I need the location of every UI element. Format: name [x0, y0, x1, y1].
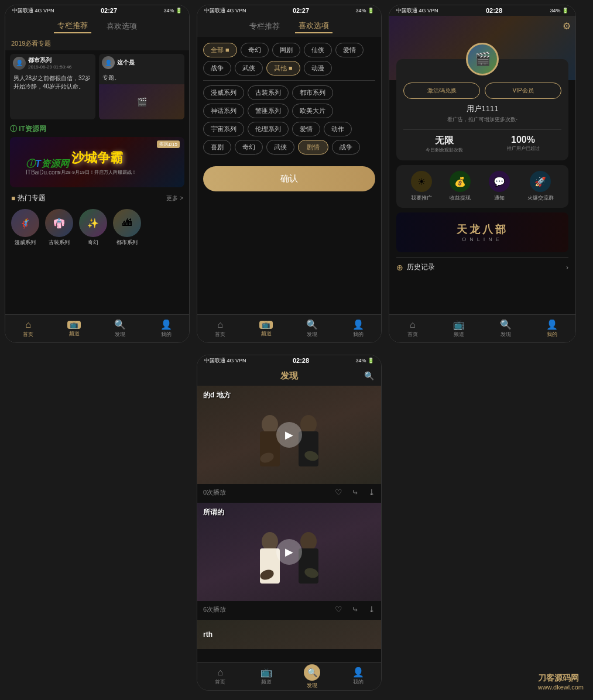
- tab-discover-1[interactable]: 🔍 发现: [97, 320, 143, 338]
- tag-love2[interactable]: 爱情: [292, 122, 320, 136]
- tab-mine-1[interactable]: 👤 我的: [143, 320, 190, 338]
- share-icon-2[interactable]: ⤷: [352, 605, 359, 614]
- confirm-button[interactable]: 确认: [203, 166, 375, 191]
- tab-mine-2[interactable]: 👤 我的: [335, 320, 382, 338]
- action-promote[interactable]: ☀ 我要推广: [411, 171, 432, 202]
- tab-discover-4[interactable]: 🔍 发现: [289, 664, 335, 689]
- tag-love[interactable]: 爱情: [335, 43, 364, 57]
- nav-tab-like[interactable]: 喜欢选项: [103, 20, 140, 33]
- phone3-tabbar: ⌂ 首页 📺 频道 🔍 发现 👤 我的: [389, 314, 575, 342]
- notify-label: 通知: [494, 194, 505, 202]
- topic-3[interactable]: ✨ 奇幻: [79, 209, 107, 246]
- tab-home-2[interactable]: ⌂ 首页: [197, 320, 244, 338]
- tab-mine-label-2: 我的: [353, 331, 364, 338]
- topic-1[interactable]: 🦸 漫威系列: [11, 209, 39, 246]
- more-link[interactable]: 更多 >: [166, 194, 183, 203]
- phone-2: 中国联通 4G VPN 02:27 34% 🔋 专栏推荐 喜欢选项 全部 ■ 奇…: [197, 5, 382, 343]
- card1-avatar: 👤: [13, 57, 26, 70]
- search-icon-4[interactable]: 🔍: [364, 371, 374, 380]
- channel-icon-4: 📺: [260, 668, 272, 677]
- topic-4[interactable]: 🏙 都市系列: [113, 209, 141, 246]
- action-income[interactable]: 💰 收益提现: [450, 171, 471, 202]
- tag-fantasy2[interactable]: 奇幻: [235, 140, 263, 155]
- card2-desc: 专题。: [99, 71, 184, 84]
- tag-police[interactable]: 警匪系列: [248, 104, 289, 118]
- tab-channel-2[interactable]: 📺 频道: [244, 321, 290, 338]
- action-notify[interactable]: 💬 通知: [489, 171, 510, 202]
- play-btn-1[interactable]: ▶: [276, 422, 302, 448]
- vip-button[interactable]: VIP会员: [485, 83, 561, 99]
- video-thumb-1[interactable]: 的d 地方 ▶: [197, 386, 381, 484]
- activate-button[interactable]: 激活码兑换: [403, 83, 480, 99]
- video-thumb-3[interactable]: rth: [197, 620, 381, 649]
- game-banner[interactable]: 天龙八部 ONLINE: [396, 212, 568, 252]
- banner-sub: 8月28-9月19日！开启万人跨服霸战！: [58, 169, 136, 176]
- tag-wuxia[interactable]: 武侠: [235, 61, 263, 76]
- tag-comedy[interactable]: 喜剧: [203, 140, 231, 155]
- download-icon-1[interactable]: ⤓: [368, 488, 375, 497]
- person-2-svg: [294, 414, 323, 478]
- tab-channel-3[interactable]: 📺 频道: [436, 320, 483, 338]
- tab-home-4[interactable]: ⌂ 首页: [197, 668, 244, 686]
- tag-xian[interactable]: 仙侠: [304, 43, 332, 57]
- promote-label: 我要推广: [411, 194, 432, 202]
- stat-promo-label: 推广用户已超过: [507, 145, 540, 152]
- tag-anime[interactable]: 动漫: [304, 61, 332, 76]
- tab-channel-1[interactable]: 📺 频道: [52, 321, 98, 338]
- nav-tab-like-2[interactable]: 喜欢选项: [295, 19, 333, 33]
- nav-tab-column[interactable]: 专栏推荐: [54, 19, 91, 33]
- video-thumb-2[interactable]: 所谓的 ▶: [197, 503, 381, 601]
- tag-western[interactable]: 欧美大片: [292, 104, 333, 118]
- hot-left: ■ 热门专题: [11, 193, 46, 203]
- nav-tab-column-2[interactable]: 专栏推荐: [246, 20, 283, 33]
- group-icon: 🚀: [530, 171, 551, 192]
- play-btn-2[interactable]: ▶: [276, 539, 302, 565]
- history-text: 历史记录: [407, 262, 435, 272]
- tab-home-3[interactable]: ⌂ 首页: [389, 320, 436, 338]
- phone-3: 中国联通 4G VPN 02:28 34% 🔋 ⚙ 🎬 激活码兑换 VIP会员 …: [389, 5, 576, 343]
- tab-discover-2[interactable]: 🔍 发现: [289, 320, 335, 338]
- tag-myth[interactable]: 神话系列: [203, 104, 244, 118]
- topic-2[interactable]: 👘 古装系列: [45, 209, 73, 246]
- tab-home-1[interactable]: ⌂ 首页: [5, 320, 52, 338]
- tag-fantasy[interactable]: 奇幻: [241, 43, 269, 57]
- history-section[interactable]: ⊕ 历史记录 ›: [396, 257, 568, 277]
- video-card-1[interactable]: 👤 都市系列 2019-06-29 01:58:46 男人28岁之前都很自信，3…: [10, 54, 95, 119]
- tag-urban[interactable]: 都市系列: [292, 85, 333, 100]
- tab-discover-3[interactable]: 🔍 发现: [482, 320, 529, 338]
- like-icon-1[interactable]: ♡: [335, 488, 342, 497]
- tag-all[interactable]: 全部 ■: [203, 43, 237, 57]
- like-icon-2[interactable]: ♡: [335, 605, 342, 614]
- tag-marvel[interactable]: 漫威系列: [203, 85, 244, 100]
- home-icon-4: ⌂: [217, 668, 223, 677]
- tag-wuxia2[interactable]: 武侠: [266, 140, 294, 155]
- tab-home-label-4: 首页: [215, 678, 225, 686]
- tab-channel-label-4: 频道: [261, 678, 272, 686]
- tag-space[interactable]: 宇宙系列: [203, 122, 244, 136]
- tab-mine-4[interactable]: 👤 我的: [335, 668, 382, 686]
- stat-views-value: 无限: [426, 135, 463, 147]
- game-subtitle: ONLINE: [462, 236, 503, 242]
- settings-icon[interactable]: ⚙: [563, 20, 571, 32]
- video-post-1: 的d 地方 ▶ 0次播放: [197, 386, 381, 500]
- tag-war[interactable]: 战争: [203, 61, 231, 76]
- stat-views: 无限 今日剩余观影次数: [426, 135, 463, 153]
- history-left: ⊕ 历史记录: [396, 262, 435, 272]
- action-group[interactable]: 🚀 火爆交流群: [527, 171, 554, 202]
- share-icon-1[interactable]: ⤷: [352, 488, 359, 497]
- tag-ethics[interactable]: 伦理系列: [248, 122, 289, 136]
- tab-channel-4[interactable]: 📺 频道: [244, 668, 290, 686]
- tab-mine-3[interactable]: 👤 我的: [529, 320, 576, 338]
- tab-mine-label-4: 我的: [353, 678, 364, 686]
- tag-action[interactable]: 动作: [324, 122, 352, 136]
- video-card-2[interactable]: 👤 这个是 专题。 🎬: [99, 54, 184, 119]
- download-icon-2[interactable]: ⤓: [368, 605, 375, 614]
- tag-ancient[interactable]: 古装系列: [248, 85, 289, 100]
- tag-other[interactable]: 其他 ■: [266, 61, 300, 76]
- history-arrow: ›: [566, 263, 568, 272]
- tag-war2[interactable]: 战争: [332, 140, 360, 155]
- battery-1: 34% 🔋: [163, 8, 182, 13]
- tag-plot[interactable]: 剧情: [298, 140, 328, 155]
- banner-title: 沙城争霸: [71, 149, 123, 167]
- tag-drama[interactable]: 网剧: [272, 43, 300, 57]
